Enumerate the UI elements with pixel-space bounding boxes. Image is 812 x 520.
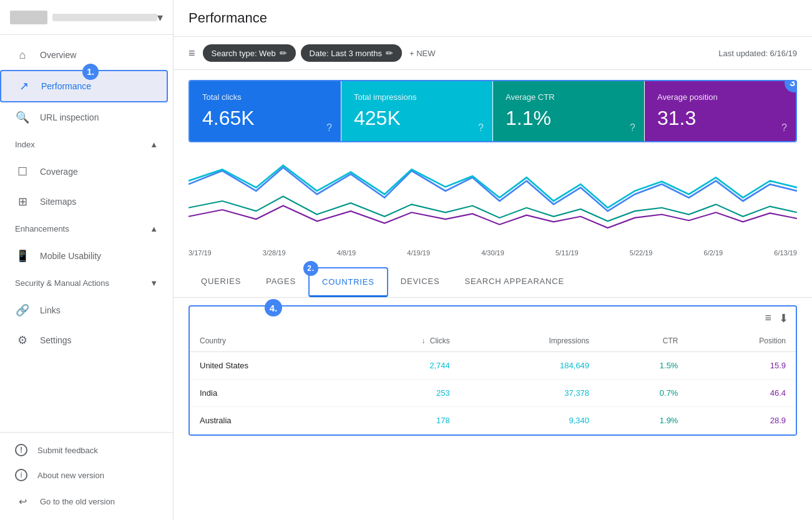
avg-ctr-value: 1.1%: [506, 107, 632, 130]
logo-text: [52, 14, 157, 21]
country-cell-1: India: [190, 380, 348, 407]
table-row[interactable]: India 253 37,378 0.7% 46.4: [190, 380, 796, 407]
main-content-area: Performance ≡ Search type: Web ✏ Date: L…: [174, 0, 812, 520]
about-new-version-item[interactable]: i About new version: [0, 463, 173, 488]
mobile-icon: 📱: [15, 248, 30, 263]
x-label-8: 6/13/19: [774, 249, 797, 257]
sidebar-item-performance[interactable]: ↗ Performance 1.: [0, 70, 168, 102]
col-position: Position: [688, 330, 796, 352]
x-label-3: 4/19/19: [407, 249, 430, 257]
sidebar-section-enhancements[interactable]: Enhancements ▲: [0, 217, 173, 241]
sidebar-section-security[interactable]: Security & Manual Actions ▼: [0, 271, 173, 295]
total-clicks-label: Total clicks: [202, 92, 328, 102]
filter-icon[interactable]: ≡: [188, 47, 195, 60]
metric-cards-wrapper: 3. Total clicks 4.65K ? Total impression…: [174, 70, 812, 142]
avg-position-label: Average position: [657, 92, 783, 102]
col-clicks[interactable]: ↓ Clicks: [348, 330, 460, 352]
old-version-icon: ↩: [15, 494, 30, 509]
tab-devices[interactable]: DEVICES: [388, 268, 452, 297]
scrollable-content: ≡ Search type: Web ✏ Date: Last 3 months…: [174, 37, 812, 520]
sidebar-coverage-label: Coverage: [40, 167, 78, 177]
countries-table: Country ↓ Clicks Impressions CTR: [190, 330, 796, 434]
impressions-help-icon[interactable]: ?: [478, 122, 484, 134]
sidebar-item-sitemaps[interactable]: ⊞ Sitemaps: [0, 187, 168, 217]
search-icon: 🔍: [15, 110, 30, 125]
filter-bar: ≡ Search type: Web ✏ Date: Last 3 months…: [174, 37, 812, 70]
settings-icon: ⚙: [15, 333, 30, 348]
tab-countries[interactable]: 2. COUNTRIES: [308, 267, 388, 297]
dropdown-icon[interactable]: ▾: [157, 11, 163, 24]
performance-chart: [188, 157, 797, 245]
info-icon: i: [15, 469, 27, 481]
date-edit-icon[interactable]: ✏: [386, 48, 393, 58]
sidebar-sitemaps-label: Sitemaps: [40, 197, 76, 207]
ctr-cell-0: 1.5%: [599, 352, 688, 380]
ctr-cell-1: 0.7%: [599, 380, 688, 407]
tab-search-appearance[interactable]: SEARCH APPEARANCE: [452, 268, 577, 297]
clicks-cell-1: 253: [348, 380, 460, 407]
sidebar-item-coverage[interactable]: ☐ Coverage: [0, 157, 168, 187]
security-expand-icon: ▼: [150, 278, 158, 288]
metric-cards-container: 3. Total clicks 4.65K ? Total impression…: [188, 80, 797, 142]
sort-arrow-icon: ↓: [421, 336, 425, 345]
ctr-help-icon[interactable]: ?: [630, 122, 635, 134]
sidebar-mobile-label: Mobile Usability: [40, 251, 101, 261]
x-label-6: 5/22/19: [630, 249, 653, 257]
countries-table-section: 4. ≡ ⬇ Country ↓ Clicks: [188, 305, 797, 436]
impressions-cell-0: 184,649: [460, 352, 599, 380]
filter-rows-icon[interactable]: ≡: [765, 312, 771, 325]
x-label-4: 4/30/19: [481, 249, 504, 257]
security-label: Security & Manual Actions: [15, 278, 109, 288]
badge-2: 2.: [303, 261, 318, 276]
download-icon[interactable]: ⬇: [779, 312, 788, 325]
sidebar-item-settings[interactable]: ⚙ Settings: [0, 325, 168, 355]
tab-pages[interactable]: PAGES: [253, 268, 308, 297]
index-collapse-icon: ▲: [150, 140, 158, 149]
x-label-0: 3/17/19: [188, 249, 212, 257]
last-updated-text: Last updated: 6/16/19: [718, 49, 797, 58]
sidebar-navigation: ⌂ Overview ↗ Performance 1. 🔍 URL inspec…: [0, 35, 173, 432]
chart-x-labels: 3/17/19 3/28/19 4/8/19 4/19/19 4/30/19 5…: [188, 247, 797, 257]
links-icon: 🔗: [15, 303, 30, 318]
table-row[interactable]: Australia 178 9,340 1.9% 28.9: [190, 407, 796, 434]
avg-ctr-card[interactable]: Average CTR 1.1% ?: [493, 81, 644, 141]
sidebar-item-links[interactable]: 🔗 Links: [0, 295, 168, 325]
total-impressions-label: Total impressions: [354, 92, 480, 102]
table-row[interactable]: United States 2,744 184,649 1.5% 15.9: [190, 352, 796, 380]
sidebar-performance-label: Performance: [41, 81, 91, 91]
chart-container: 3/17/19 3/28/19 4/8/19 4/19/19 4/30/19 5…: [174, 142, 812, 267]
about-new-version-label: About new version: [37, 471, 104, 480]
search-type-chip[interactable]: Search type: Web ✏: [203, 44, 296, 62]
x-label-2: 4/8/19: [337, 249, 356, 257]
go-to-old-version-item[interactable]: ↩ Go to the old version: [0, 488, 173, 515]
clicks-cell-0: 2,744: [348, 352, 460, 380]
add-new-button[interactable]: + NEW: [409, 49, 436, 58]
tab-queries[interactable]: QUERIES: [188, 268, 253, 297]
search-type-edit-icon[interactable]: ✏: [280, 48, 287, 58]
submit-feedback-item[interactable]: ! Submit feedback: [0, 438, 173, 463]
enhancements-collapse-icon: ▲: [150, 224, 158, 233]
clicks-help-icon[interactable]: ?: [326, 122, 332, 134]
submit-feedback-label: Submit feedback: [37, 446, 98, 455]
main-header: Performance: [174, 0, 812, 37]
position-help-icon[interactable]: ?: [781, 122, 787, 134]
sidebar-section-index[interactable]: Index ▲: [0, 132, 173, 157]
x-label-5: 5/11/19: [555, 249, 579, 257]
total-clicks-card[interactable]: Total clicks 4.65K ?: [190, 81, 341, 141]
sidebar-item-url-inspection[interactable]: 🔍 URL inspection: [0, 102, 168, 132]
tabs-container: QUERIES PAGES 2. COUNTRIES DEVICES SEARC…: [174, 267, 812, 298]
country-cell-2: Australia: [190, 407, 348, 434]
position-cell-2: 28.9: [688, 407, 796, 434]
col-ctr: CTR: [599, 330, 688, 352]
badge-4: 4.: [265, 299, 282, 316]
clicks-cell-2: 178: [348, 407, 460, 434]
x-label-7: 6/2/19: [704, 249, 723, 257]
sitemaps-icon: ⊞: [15, 194, 30, 209]
sidebar-item-mobile-usability[interactable]: 📱 Mobile Usability: [0, 241, 168, 271]
total-impressions-value: 425K: [354, 107, 480, 130]
total-impressions-card[interactable]: Total impressions 425K ?: [341, 81, 492, 141]
avg-position-card[interactable]: Average position 31.3 ?: [645, 81, 796, 141]
sidebar-item-overview[interactable]: ⌂ Overview: [0, 40, 168, 70]
avg-ctr-label: Average CTR: [506, 92, 632, 102]
date-chip[interactable]: Date: Last 3 months ✏: [301, 44, 402, 62]
